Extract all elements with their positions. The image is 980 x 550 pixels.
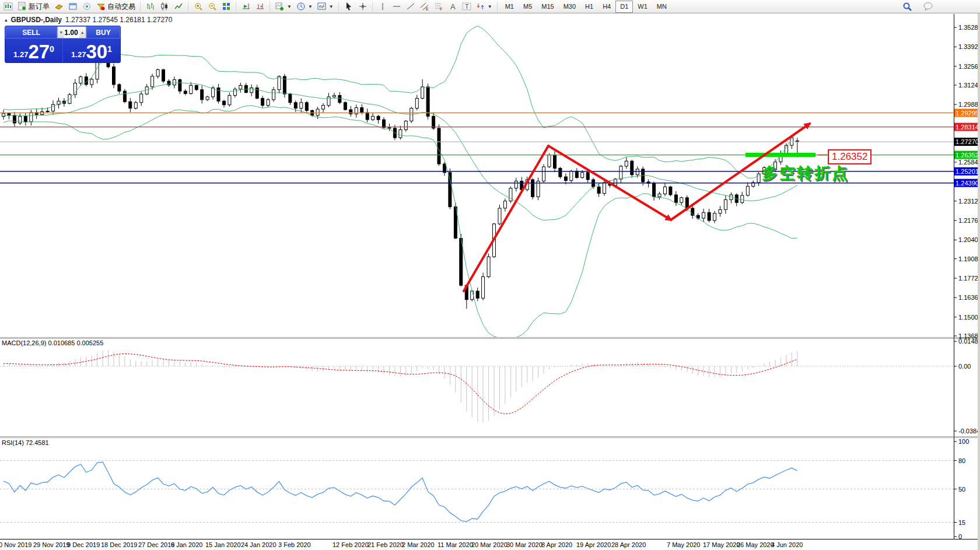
new-order-button[interactable]: 新订单 bbox=[15, 1, 52, 13]
svg-text:2 Mar 2020: 2 Mar 2020 bbox=[402, 541, 435, 548]
svg-text:-0.038415: -0.038415 bbox=[958, 428, 980, 435]
svg-text:1.20400: 1.20400 bbox=[958, 236, 980, 243]
chart-title-line: ▴ GBPUSD-,Daily 1.27337 1.27545 1.26181 … bbox=[5, 16, 172, 24]
auto-trading-label: 自动交易 bbox=[107, 2, 135, 12]
svg-text:1.25840: 1.25840 bbox=[958, 159, 980, 166]
toolbar-separator bbox=[270, 2, 271, 12]
macd-axis-ticks: 0.01480.00-0.038415 bbox=[954, 338, 980, 435]
main-toolbar: 新订单 自动交易 ▼ ▼ bbox=[0, 0, 980, 13]
svg-text:17 May 2020: 17 May 2020 bbox=[703, 541, 740, 548]
svg-text:1.13680: 1.13680 bbox=[958, 332, 980, 339]
volume-decrease-button[interactable]: ▼ bbox=[58, 27, 64, 38]
templates-button[interactable]: ▼ bbox=[315, 1, 336, 13]
svg-text:29 Nov 2019: 29 Nov 2019 bbox=[33, 541, 69, 548]
svg-text:1.16360: 1.16360 bbox=[958, 294, 980, 301]
turning-point-annotation[interactable]: 多空转折点 bbox=[762, 163, 849, 184]
text-tool-button[interactable]: A bbox=[446, 1, 460, 13]
svg-text:1.31240: 1.31240 bbox=[958, 82, 980, 89]
timeframe-m5[interactable]: M5 bbox=[519, 1, 537, 13]
auto-trading-button[interactable]: 自动交易 bbox=[94, 1, 138, 13]
sell-button[interactable]: SELL bbox=[5, 26, 57, 38]
buy-price-small: 1.27 bbox=[71, 50, 86, 59]
arrows-tool-button[interactable]: ▼ bbox=[474, 1, 495, 13]
buy-button[interactable]: BUY bbox=[86, 26, 120, 38]
collapse-panel-icon[interactable]: ▴ bbox=[5, 17, 8, 23]
timeframe-mn[interactable]: MN bbox=[652, 1, 671, 13]
svg-text:3 Feb 2020: 3 Feb 2020 bbox=[278, 541, 311, 548]
svg-text:1.17720: 1.17720 bbox=[958, 275, 980, 282]
svg-text:7 May 2020: 7 May 2020 bbox=[667, 541, 700, 548]
toolbar-separator bbox=[338, 2, 340, 12]
svg-text:50: 50 bbox=[958, 486, 965, 493]
timeframe-m30[interactable]: M30 bbox=[559, 1, 580, 13]
timeframe-buttons: M1M5M15M30H1H4D1W1MN bbox=[501, 1, 671, 13]
svg-text:1.29295: 1.29295 bbox=[956, 110, 979, 117]
candlestick-chart-button[interactable] bbox=[158, 1, 172, 13]
svg-text:28 Apr 2020: 28 Apr 2020 bbox=[611, 541, 646, 548]
horizontal-line-tool-button[interactable] bbox=[390, 1, 404, 13]
zoom-in-button[interactable] bbox=[191, 1, 205, 13]
timeframe-m15[interactable]: M15 bbox=[537, 1, 558, 13]
chart-shift-button[interactable] bbox=[253, 1, 267, 13]
trendline-tool-button[interactable] bbox=[404, 1, 418, 13]
crosshair-tool-button[interactable] bbox=[356, 1, 370, 13]
symbol-period-title: GBPUSD-,Daily bbox=[11, 16, 62, 24]
volume-value[interactable]: 1.00 bbox=[64, 27, 79, 38]
svg-text:1.24390: 1.24390 bbox=[956, 180, 979, 187]
svg-text:15: 15 bbox=[958, 519, 965, 526]
svg-text:21 Feb 2020: 21 Feb 2020 bbox=[368, 541, 404, 548]
svg-text:11 Mar 2020: 11 Mar 2020 bbox=[438, 541, 473, 548]
signals-button[interactable] bbox=[80, 1, 94, 13]
zoom-out-button[interactable] bbox=[205, 1, 219, 13]
svg-text:12 Feb 2020: 12 Feb 2020 bbox=[332, 541, 369, 548]
timeframe-h1[interactable]: H1 bbox=[580, 1, 598, 13]
one-click-trade-panel: SELL ▼ 1.00 ▲ BUY 1.27270 1.27301 bbox=[5, 26, 121, 63]
auto-scroll-button[interactable] bbox=[239, 1, 253, 13]
vertical-line-tool-button[interactable] bbox=[376, 1, 390, 13]
volume-stepper: ▼ 1.00 ▲ bbox=[57, 26, 86, 38]
svg-text:1.27270: 1.27270 bbox=[956, 138, 979, 145]
equidistant-channel-tool-button[interactable]: E bbox=[418, 1, 432, 13]
market-watch-button[interactable] bbox=[52, 1, 66, 13]
buy-price[interactable]: 1.27301 bbox=[63, 38, 120, 62]
svg-text:15 Jan 2020: 15 Jan 2020 bbox=[205, 541, 241, 548]
date-axis-labels: 20 Nov 201929 Nov 20199 Dec 201918 Dec 2… bbox=[0, 541, 803, 548]
data-window-button[interactable] bbox=[66, 1, 80, 13]
periods-button[interactable]: ▼ bbox=[294, 1, 315, 13]
price-axis-ticks: 1.352801.339201.325601.312401.298801.258… bbox=[954, 24, 980, 339]
svg-text:F: F bbox=[440, 7, 442, 11]
timeframe-w1[interactable]: W1 bbox=[633, 1, 652, 13]
toolbar-separator bbox=[188, 2, 189, 12]
svg-text:0.0148: 0.0148 bbox=[958, 338, 978, 345]
chart-window-icon bbox=[1, 1, 15, 13]
toolbar-separator bbox=[140, 2, 141, 12]
sell-price[interactable]: 1.27270 bbox=[5, 38, 62, 62]
timeframe-m1[interactable]: M1 bbox=[501, 1, 519, 13]
timeframe-d1[interactable]: D1 bbox=[615, 1, 633, 13]
fibonacci-tool-button[interactable]: F bbox=[432, 1, 446, 13]
timeframe-h4[interactable]: H4 bbox=[598, 1, 615, 13]
text-label-tool-button[interactable]: T bbox=[460, 1, 474, 13]
svg-text:6 Jan 2020: 6 Jan 2020 bbox=[171, 541, 202, 548]
svg-text:0: 0 bbox=[958, 533, 962, 540]
chart-canvas[interactable] bbox=[0, 14, 954, 539]
buy-price-sup: 1 bbox=[107, 44, 112, 54]
svg-text:20 Nov 2019: 20 Nov 2019 bbox=[0, 541, 32, 548]
chevron-down-icon: ▼ bbox=[329, 4, 334, 9]
chevron-down-icon: ▼ bbox=[308, 4, 313, 9]
line-chart-button[interactable] bbox=[172, 1, 186, 13]
bar-chart-button[interactable] bbox=[144, 1, 158, 13]
rsi-axis-ticks: 1008050150 bbox=[954, 438, 969, 540]
search-icon[interactable] bbox=[900, 1, 915, 13]
rsi-indicator-label: RSI(14) 72.4581 bbox=[2, 439, 49, 446]
cursor-tool-button[interactable] bbox=[342, 1, 356, 13]
svg-text:1.29880: 1.29880 bbox=[958, 101, 980, 108]
svg-text:1.19080: 1.19080 bbox=[958, 255, 980, 262]
buy-price-big: 30 bbox=[86, 43, 107, 61]
ohlc-values: 1.27337 1.27545 1.26181 1.27270 bbox=[65, 16, 173, 24]
volume-increase-button[interactable]: ▲ bbox=[79, 27, 86, 38]
chat-icon[interactable] bbox=[921, 1, 936, 13]
svg-text:T: T bbox=[465, 3, 469, 10]
indicators-button[interactable]: ▼ bbox=[273, 1, 294, 13]
tile-windows-button[interactable] bbox=[219, 1, 233, 13]
